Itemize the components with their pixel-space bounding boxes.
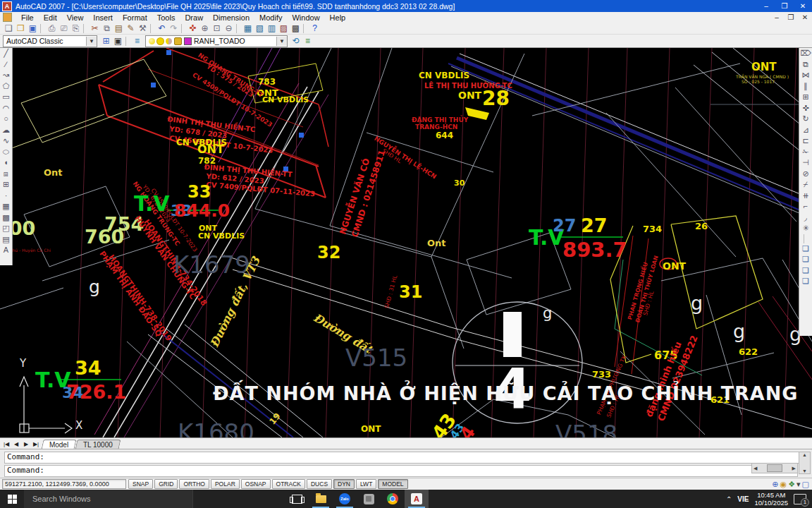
status-toggle-8[interactable]: LWT — [356, 479, 376, 489]
taskbar-search-input[interactable]: Search Windows — [24, 490, 193, 508]
array-icon[interactable]: ⊞ — [800, 92, 811, 103]
draw-order-back-icon[interactable]: ❏ — [800, 254, 811, 265]
tab-layout-tl10000[interactable]: TL 10000 — [75, 440, 121, 449]
zoom-previous-icon[interactable]: ⊖ — [223, 23, 235, 34]
tab-model[interactable]: Model — [42, 440, 77, 449]
layer-previous-icon[interactable]: ⟲ — [290, 36, 302, 47]
chevron-down-icon[interactable]: ▼ — [276, 37, 287, 46]
draw-order-front-icon[interactable]: ❏ — [800, 243, 811, 255]
move-palettes-icon[interactable]: ▣ — [112, 36, 124, 47]
break-at-point-icon[interactable]: ⊘ — [800, 169, 811, 180]
file-explorer-button[interactable] — [309, 490, 333, 508]
render-icon[interactable]: ▨ — [278, 23, 290, 34]
open-icon[interactable]: ❒ — [15, 23, 27, 34]
block-editor-icon[interactable]: ⚒ — [137, 23, 149, 34]
clock[interactable]: 10:45 AM 10/10/2025 — [754, 491, 788, 507]
region-icon[interactable]: ◰ — [1, 223, 12, 234]
zoom-realtime-icon[interactable]: ⊕ — [199, 23, 211, 34]
task-view-button[interactable] — [285, 490, 309, 508]
chamfer-icon[interactable]: ⌐ — [800, 201, 811, 212]
point-icon[interactable]: · — [1, 190, 12, 202]
tab-nav-button-1[interactable]: ◀ — [11, 441, 21, 447]
tray-settings-icon[interactable]: ❖ — [788, 479, 795, 489]
extend-icon[interactable]: ⊣ — [800, 157, 811, 169]
redo-icon[interactable]: ↷ — [168, 23, 180, 34]
paste-icon[interactable]: ▤ — [113, 23, 125, 34]
erase-icon[interactable]: ⌦ — [800, 48, 811, 59]
maximize-button[interactable]: ❐ — [775, 0, 794, 12]
status-toggle-4[interactable]: OSNAP — [241, 479, 271, 489]
notification-icon[interactable]: 1 — [794, 494, 806, 504]
menu-item-1[interactable]: Edit — [39, 13, 62, 22]
hatch-icon[interactable]: ▦ — [1, 201, 12, 212]
tray-dropdown-icon[interactable]: ▾ — [796, 479, 801, 489]
mtext-icon[interactable]: A — [1, 245, 12, 256]
layer-thaw-sun-icon[interactable] — [157, 38, 164, 44]
tab-nav-button-2[interactable]: ▶ — [21, 441, 31, 447]
stretch-icon[interactable]: ⊏ — [800, 135, 811, 147]
menu-item-3[interactable]: Insert — [88, 13, 118, 22]
line-icon[interactable]: ╱ — [1, 48, 12, 59]
scale-icon[interactable]: ⊿ — [800, 125, 811, 136]
status-toggle-5[interactable]: OTRACK — [272, 479, 305, 489]
move-icon[interactable]: ✜ — [800, 103, 811, 114]
minimize-button[interactable]: – — [757, 0, 775, 12]
insert-block-icon[interactable]: ⧈ — [1, 169, 12, 180]
tab-nav-button-0[interactable]: |◀ — [1, 441, 11, 447]
status-toggle-7[interactable]: DYN — [333, 479, 355, 489]
annotation-scale-icon[interactable]: ⊕ — [772, 479, 778, 489]
plot-icon[interactable]: ⎙ — [46, 23, 58, 34]
close-button[interactable]: ✕ — [794, 0, 812, 12]
menu-item-5[interactable]: Tools — [152, 13, 180, 22]
table-icon[interactable]: ▤ — [1, 234, 12, 246]
layer-lock-icon[interactable] — [174, 37, 182, 45]
toolbar-lock-icon[interactable]: ◉ — [780, 479, 787, 489]
status-toggle-6[interactable]: DUCS — [307, 479, 332, 489]
polyline-icon[interactable]: ↝ — [1, 70, 12, 81]
menu-item-7[interactable]: Dimension — [208, 13, 254, 22]
sheet-set-manager-icon[interactable]: ▦ — [242, 23, 254, 34]
status-toggle-3[interactable]: POLAR — [211, 479, 240, 489]
drawing-canvas[interactable]: Ont783ONTCN VBDLISNG QUANG TRUNG-TTYD : … — [0, 48, 812, 437]
layer-states-icon[interactable]: ≡ — [302, 36, 314, 47]
new-icon[interactable]: ❑ — [3, 23, 15, 34]
ellipse-icon[interactable]: ⬭ — [1, 147, 12, 158]
save-icon[interactable]: ▣ — [27, 23, 39, 34]
chrome-button[interactable] — [381, 490, 405, 508]
undo-icon[interactable]: ↶ — [156, 23, 168, 34]
circle-icon[interactable]: ○ — [1, 114, 12, 125]
menu-item-10[interactable]: Help — [325, 13, 351, 22]
help-icon[interactable]: ? — [309, 23, 321, 34]
trim-icon[interactable]: ✁ — [800, 147, 811, 158]
gradient-icon[interactable]: ▩ — [1, 212, 12, 224]
tab-nav-button-3[interactable]: ▶| — [31, 441, 41, 447]
offset-icon[interactable]: ∥ — [800, 81, 811, 92]
make-block-icon[interactable]: ⊞ — [1, 179, 12, 190]
workspace-settings-icon[interactable]: ⊞ — [100, 36, 112, 47]
menu-item-2[interactable]: View — [62, 13, 89, 22]
layer-viewport-icon[interactable] — [166, 38, 172, 44]
menu-item-9[interactable]: Window — [287, 13, 324, 22]
chevron-down-icon[interactable]: ▼ — [86, 37, 97, 46]
mdi-window-button-2[interactable]: ✕ — [798, 13, 812, 21]
revision-cloud-icon[interactable]: ☁ — [1, 125, 12, 136]
pan-icon[interactable]: ✜ — [187, 23, 199, 34]
mdi-window-button-0[interactable]: – — [770, 13, 784, 21]
menu-item-4[interactable]: Format — [118, 13, 152, 22]
status-toggle-9[interactable]: MODEL — [378, 479, 407, 489]
menu-item-8[interactable]: Modify — [254, 13, 287, 22]
language-indicator[interactable]: VIE — [737, 495, 749, 503]
menu-item-0[interactable]: File — [16, 13, 39, 22]
break-icon[interactable]: ⌿ — [800, 179, 811, 190]
status-toggle-2[interactable]: ORTHO — [179, 479, 209, 489]
clean-screen-icon[interactable]: ▢ — [802, 479, 809, 489]
ellipse-arc-icon[interactable]: ◖ — [1, 157, 12, 169]
plot-preview-icon[interactable]: ⎚ — [58, 23, 70, 34]
publish-icon[interactable]: ⎘ — [70, 23, 82, 34]
menu-item-6[interactable]: Draw — [180, 13, 208, 22]
status-toggle-0[interactable]: SNAP — [128, 479, 153, 489]
draw-order-below-icon[interactable]: ❏ — [800, 276, 811, 287]
calculator-icon[interactable]: ▩ — [290, 23, 302, 34]
explode-icon[interactable]: ✳ — [800, 223, 811, 234]
arc-icon[interactable]: ◠ — [1, 103, 12, 114]
